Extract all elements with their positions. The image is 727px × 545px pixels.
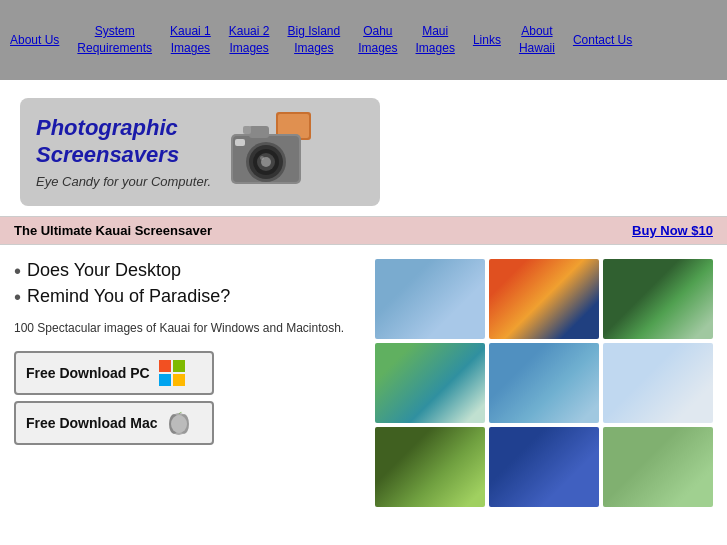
nav-kauai2-images[interactable]: Kauai 2 Images xyxy=(229,23,270,57)
nav-label-line2: Images xyxy=(171,40,210,57)
svg-point-20 xyxy=(171,415,187,433)
svg-rect-16 xyxy=(173,374,185,386)
left-column: • Does Your Desktop • Remind You of Para… xyxy=(14,259,361,507)
hero-subtitle: Eye Candy for your Computer. xyxy=(36,174,211,189)
nav-maui-images[interactable]: Maui Images xyxy=(416,23,455,57)
svg-point-11 xyxy=(260,156,264,160)
nav-label-line2: Hawaii xyxy=(519,40,555,57)
nav-label-line1: Kauai 1 xyxy=(170,23,211,40)
nav-contact-us[interactable]: Contact Us xyxy=(573,32,632,49)
svg-rect-12 xyxy=(235,139,245,146)
nav-label-line2: Requirements xyxy=(77,40,152,57)
nav-label-line1: System xyxy=(95,23,135,40)
apple-logo-icon xyxy=(165,409,193,437)
thumbnail-5 xyxy=(489,343,599,423)
nav-system-requirements[interactable]: System Requirements xyxy=(77,23,152,57)
nav-big-island-images[interactable]: Big Island Images xyxy=(287,23,340,57)
nav-label-line2: Images xyxy=(294,40,333,57)
hero-section: Photographic Screensavers Eye Candy for … xyxy=(0,80,727,216)
bullet-item-1: • Does Your Desktop xyxy=(14,259,361,283)
thumbnail-4 xyxy=(375,343,485,423)
svg-rect-14 xyxy=(173,360,185,372)
thumbnail-2 xyxy=(489,259,599,339)
thumbnail-6 xyxy=(603,343,713,423)
nav-kauai1-images[interactable]: Kauai 1 Images xyxy=(170,23,211,57)
nav-label-line2: Images xyxy=(416,40,455,57)
main-content: • Does Your Desktop • Remind You of Para… xyxy=(0,245,727,521)
nav-label-line1: Big Island xyxy=(287,23,340,40)
bullet-dot-2: • xyxy=(14,285,21,309)
bullet-text-1: Does Your Desktop xyxy=(27,259,181,282)
hero-box: Photographic Screensavers Eye Candy for … xyxy=(20,98,380,206)
svg-rect-15 xyxy=(159,374,171,386)
thumbnail-3 xyxy=(603,259,713,339)
svg-rect-4 xyxy=(249,126,269,138)
thumbnail-9 xyxy=(603,427,713,507)
svg-rect-13 xyxy=(159,360,171,372)
navbar: About Us System Requirements Kauai 1 Ima… xyxy=(0,0,727,80)
nav-label-line1: Kauai 2 xyxy=(229,23,270,40)
bullet-list: • Does Your Desktop • Remind You of Para… xyxy=(14,259,361,309)
buy-now-link[interactable]: Buy Now $10 xyxy=(632,223,713,238)
hero-text: Photographic Screensavers Eye Candy for … xyxy=(36,115,211,189)
nav-oahu-images[interactable]: Oahu Images xyxy=(358,23,397,57)
nav-label-line2: Images xyxy=(229,40,268,57)
download-mac-label: Free Download Mac xyxy=(26,415,157,431)
nav-label-line1: About xyxy=(521,23,552,40)
thumbnail-8 xyxy=(489,427,599,507)
bullet-dot-1: • xyxy=(14,259,21,283)
product-description: 100 Spectacular images of Kauai for Wind… xyxy=(14,319,361,337)
nav-label-line1: Oahu xyxy=(363,23,392,40)
nav-links[interactable]: Links xyxy=(473,32,501,49)
camera-icon xyxy=(221,112,311,192)
download-mac-button[interactable]: Free Download Mac xyxy=(14,401,214,445)
promo-banner: The Ultimate Kauai Screensaver Buy Now $… xyxy=(0,216,727,245)
hero-title: Photographic Screensavers xyxy=(36,115,211,168)
download-pc-button[interactable]: Free Download PC xyxy=(14,351,214,395)
download-pc-label: Free Download PC xyxy=(26,365,150,381)
banner-title: The Ultimate Kauai Screensaver xyxy=(14,223,212,238)
image-grid xyxy=(375,259,713,507)
thumbnail-7 xyxy=(375,427,485,507)
svg-rect-5 xyxy=(243,126,251,134)
bullet-item-2: • Remind You of Paradise? xyxy=(14,285,361,309)
windows-logo-icon xyxy=(158,359,186,387)
bullet-text-2: Remind You of Paradise? xyxy=(27,285,230,308)
nav-about-us[interactable]: About Us xyxy=(10,32,59,49)
nav-label-line1: Maui xyxy=(422,23,448,40)
nav-about-hawaii[interactable]: About Hawaii xyxy=(519,23,555,57)
thumbnail-1 xyxy=(375,259,485,339)
nav-label-line2: Images xyxy=(358,40,397,57)
